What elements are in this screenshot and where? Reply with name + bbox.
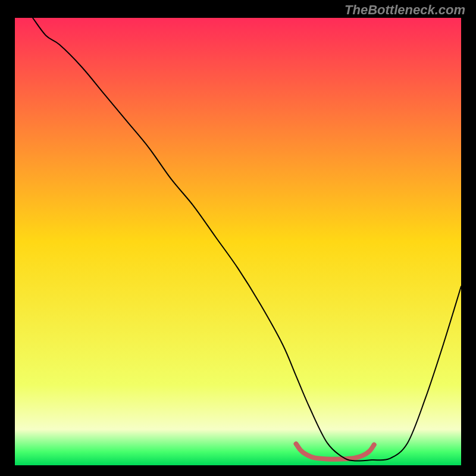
- frame-left: [0, 0, 15, 476]
- chart-container: [0, 0, 476, 476]
- chart-svg: [0, 0, 476, 476]
- frame-right: [461, 0, 476, 476]
- frame-bottom: [0, 465, 476, 476]
- watermark-text: TheBottleneck.com: [345, 2, 465, 18]
- plot-background: [15, 18, 461, 465]
